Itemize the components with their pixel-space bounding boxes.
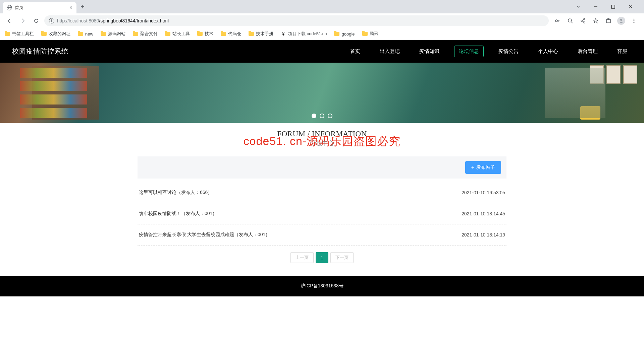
reload-button[interactable] [31,15,42,26]
main-nav: 首页 出入登记 疫情知识 论坛信息 疫情公告 个人中心 后台管理 客服 [345,46,632,57]
profile-avatar[interactable] [617,17,625,25]
zoom-icon[interactable] [566,17,574,25]
nav-announce[interactable]: 疫情公告 [494,46,523,57]
bookmark-star-icon[interactable] [592,17,600,25]
url-input[interactable]: i http://localhost:8080/springboot81644/… [44,15,549,26]
svg-rect-1 [611,5,615,8]
folder-icon [41,32,47,36]
svg-point-16 [634,20,635,21]
folder-icon [5,32,10,36]
svg-point-15 [634,19,635,20]
folder-icon [133,32,138,36]
pagination: 上一页 1 下一页 [138,246,506,270]
svg-rect-13 [608,18,609,19]
back-button[interactable] [4,15,15,26]
posters-graphic [590,65,637,84]
folder-icon [197,32,203,36]
section-heading: FORUM / INFORMATION 论坛中心 code51. cn-源码乐园… [0,123,644,150]
folder-icon [101,32,106,36]
nav-forum[interactable]: 论坛信息 [454,46,484,57]
post-time: 2021-01-10 18:14:45 [462,211,505,216]
bookmark-item[interactable]: 书签工具栏 [5,31,34,37]
site-brand: 校园疫情防控系统 [12,47,68,56]
site-footer: 沪ICP备13031638号 [0,276,644,296]
tab-bar: 首页 × + [0,0,644,13]
post-row[interactable]: 筑牢校园疫情防线！（发布人：001） 2021-01-10 18:14:45 [138,203,506,224]
post-title: 这里可以相互讨论（发布人：666） [139,190,212,196]
browser-chrome: 首页 × + i [0,0,644,40]
action-bar: + 发布帖子 [138,156,506,179]
bookmark-item[interactable]: 代码仓 [221,31,241,37]
carousel-dot[interactable] [312,114,316,118]
bookmark-item[interactable]: google [334,31,355,37]
prev-page-button[interactable]: 上一页 [290,252,314,263]
next-page-button[interactable]: 下一页 [330,252,354,263]
folder-icon [221,32,226,36]
site-icon: ¥ [281,31,286,37]
forum-content: + 发布帖子 这里可以相互讨论（发布人：666） 2021-01-10 19:5… [138,156,506,270]
bookmark-item[interactable]: 聚合支付 [133,31,158,37]
bookmarks-bar: 书签工具栏 收藏的网址 new 源码网站 聚合支付 站长工具 技术 代码仓 技术… [0,28,644,40]
svg-point-11 [584,22,585,23]
bookmark-item[interactable]: 技术手册 [249,31,273,37]
folder-icon [362,32,368,36]
minimize-button[interactable] [589,2,602,12]
window-controls [572,2,641,12]
post-title: 疫情管控带来超长寒假 大学生去留校园成难题（发布人：001） [139,232,270,238]
browser-tab[interactable]: 首页 × [3,2,76,13]
bookmark-item[interactable]: 腾讯 [362,31,378,37]
url-text: http://localhost:8080/springboot81644/fr… [57,18,169,23]
publish-label: 发布帖子 [476,164,495,170]
nav-support[interactable]: 客服 [612,46,632,57]
bookmark-item[interactable]: 收藏的网址 [41,31,70,37]
new-tab-button[interactable]: + [76,3,89,11]
post-time: 2021-01-10 19:53:05 [462,190,505,195]
post-time: 2021-01-10 18:14:19 [462,232,505,237]
nav-knowledge[interactable]: 疫情知识 [415,46,444,57]
bookmark-item[interactable]: 源码网站 [101,31,125,37]
close-window-button[interactable] [624,2,637,12]
tab-title: 首页 [15,5,23,11]
carousel-dot[interactable] [328,114,332,118]
page-number-button[interactable]: 1 [316,252,328,263]
box-graphic [580,106,600,120]
post-row[interactable]: 疫情管控带来超长寒假 大学生去留校园成难题（发布人：001） 2021-01-1… [138,224,506,246]
folder-icon [249,32,254,36]
post-list: 这里可以相互讨论（发布人：666） 2021-01-10 19:53:05 筑牢… [138,182,506,246]
publish-post-button[interactable]: + 发布帖子 [465,161,501,174]
nav-home[interactable]: 首页 [345,46,365,57]
heading-zh: 论坛中心 [0,139,644,147]
forward-button[interactable] [17,15,28,26]
nav-admin[interactable]: 后台管理 [573,46,602,57]
post-row[interactable]: 这里可以相互讨论（发布人：666） 2021-01-10 19:53:05 [138,182,506,203]
extensions-icon[interactable] [604,17,612,25]
carousel-dot[interactable] [320,114,324,118]
site-header: 校园疫情防控系统 首页 出入登记 疫情知识 论坛信息 疫情公告 个人中心 后台管… [0,40,644,63]
addr-actions [551,17,640,25]
bookmark-item[interactable]: 技术 [197,31,213,37]
carousel-indicators [312,114,332,118]
bookmark-item[interactable]: new [78,31,93,37]
bookmark-item[interactable]: ¥项目下载:code51.cn [281,31,327,37]
maximize-button[interactable] [606,2,620,12]
icp-text: 沪ICP备13031638号 [301,283,343,288]
bookmark-item[interactable]: 站长工具 [165,31,190,37]
svg-point-7 [568,19,572,22]
share-icon[interactable] [579,17,587,25]
key-icon[interactable] [553,17,561,25]
plus-icon: + [471,164,474,170]
address-bar: i http://localhost:8080/springboot81644/… [0,13,644,28]
nav-profile[interactable]: 个人中心 [533,46,563,57]
post-title: 筑牢校园疫情防线！（发布人：001） [139,211,217,217]
globe-icon [7,5,12,10]
chevron-down-icon[interactable] [572,2,585,12]
site-info-icon[interactable]: i [49,18,54,23]
svg-point-14 [620,19,622,21]
close-tab-icon[interactable]: × [69,5,72,11]
folder-icon [334,32,339,36]
menu-icon[interactable] [630,17,638,25]
heading-en: FORUM / INFORMATION [0,130,644,138]
nav-checkin[interactable]: 出入登记 [375,46,405,57]
svg-point-10 [581,20,582,21]
svg-point-9 [584,18,585,20]
